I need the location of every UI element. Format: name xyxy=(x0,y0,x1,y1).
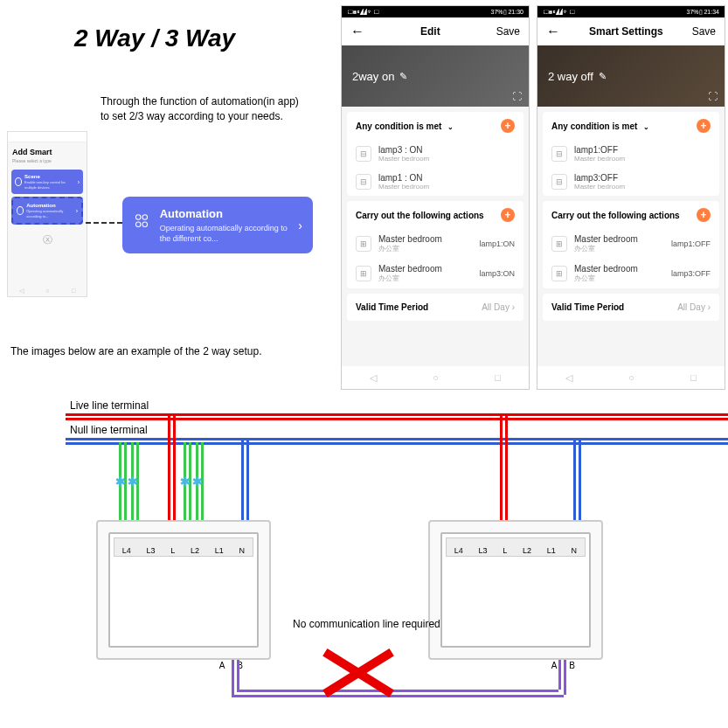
red-x-icon xyxy=(319,638,398,699)
switch-2: L4L3 LL2 L1N AB xyxy=(428,520,603,660)
add-condition-button[interactable]: + xyxy=(501,119,515,133)
action-item[interactable]: ⊞ Master bedroom办公室 lamp3:OFF xyxy=(543,259,719,288)
save-button[interactable]: Save xyxy=(692,25,716,38)
action-item[interactable]: ⊞ Master bedroom办公室 lamp3:ON xyxy=(347,259,523,288)
switch-icon: ⊞ xyxy=(551,236,567,252)
action-item[interactable]: ⊞ Master bedroom办公室 lamp1:OFF xyxy=(543,229,719,259)
no-comm-label: No communication line required xyxy=(293,618,440,630)
page-title: 2 Way / 3 Way xyxy=(74,24,235,52)
automation-icon xyxy=(133,212,151,239)
condition-item[interactable]: ⊟ lamp1:OFFMaster bedroom xyxy=(543,140,719,168)
add-action-button[interactable]: + xyxy=(697,208,711,222)
save-button[interactable]: Save xyxy=(496,25,520,38)
description-1: Through the function of automation(in ap… xyxy=(101,94,299,124)
conditions-header[interactable]: Any condition is met ⌄ + xyxy=(543,112,719,140)
scene-banner[interactable]: 2way on✎ ⛶ xyxy=(342,45,529,107)
switch-1: L4L3 LL2 L1N AB xyxy=(96,520,271,660)
automation-card-small[interactable]: AutomationOperating automatically accord… xyxy=(11,197,83,225)
android-nav: ◁○□ xyxy=(342,366,529,389)
actions-header: Carry out the following actions + xyxy=(543,201,719,229)
automation-card[interactable]: Automation Operating automatically accor… xyxy=(122,197,313,253)
svg-point-0 xyxy=(135,214,141,219)
condition-item[interactable]: ⊟ lamp1 : ONMaster bedroom xyxy=(347,168,523,196)
scene-card[interactable]: SceneEnable one-key control for multiple… xyxy=(11,170,83,194)
switch-icon: ⊞ xyxy=(551,266,567,281)
chevron-right-icon: › xyxy=(298,218,302,232)
conditions-header[interactable]: Any condition is met ⌄ + xyxy=(347,112,523,140)
device-icon: ⊟ xyxy=(551,174,567,190)
image-icon[interactable]: ⛶ xyxy=(708,91,718,101)
android-nav: ◁○□ xyxy=(537,366,725,389)
chevron-down-icon: ⌄ xyxy=(641,123,648,131)
svg-point-2 xyxy=(135,222,141,227)
description-2: The images below are an example of the 2… xyxy=(10,345,262,357)
device-icon: ⊟ xyxy=(551,146,567,162)
terminal-row: L4L3 LL2 L1N xyxy=(446,537,586,557)
device-icon: ⊟ xyxy=(356,146,371,162)
add-smart-phone: Add Smart Please select a type SceneEnab… xyxy=(7,131,87,297)
wiring-diagram: Live line terminal Null line terminal ✱ … xyxy=(0,389,728,728)
chevron-down-icon: ⌄ xyxy=(445,123,453,131)
svg-point-1 xyxy=(142,214,148,219)
phone-title: Smart Settings xyxy=(589,25,663,38)
scene-banner[interactable]: 2 way off✎ ⛶ xyxy=(537,45,725,107)
close-icon[interactable]: ⓧ xyxy=(8,233,87,246)
switch-icon: ⊞ xyxy=(356,266,371,281)
connector-line xyxy=(86,222,122,224)
switch-icon: ⊞ xyxy=(356,236,371,252)
svg-point-3 xyxy=(142,222,148,227)
add-condition-button[interactable]: + xyxy=(697,119,711,133)
condition-item[interactable]: ⊟ lamp3 : ONMaster bedroom xyxy=(347,140,523,168)
action-item[interactable]: ⊞ Master bedroom办公室 lamp1:ON xyxy=(347,229,523,259)
back-button[interactable]: ← xyxy=(350,24,364,39)
back-button[interactable]: ← xyxy=(546,24,560,39)
live-line-label: Live line terminal xyxy=(70,399,149,412)
image-icon[interactable]: ⛶ xyxy=(512,91,522,101)
actions-header: Carry out the following actions + xyxy=(347,201,523,229)
edit-icon[interactable]: ✎ xyxy=(599,71,607,82)
add-smart-title: Add Smart xyxy=(8,142,87,158)
condition-item[interactable]: ⊟ lamp3:OFFMaster bedroom xyxy=(543,168,719,196)
phone-smart-settings: ⬚▦▯◢◢ᯤ⬚37%▯ 21:34 ← Smart Settings Save … xyxy=(537,5,725,390)
add-action-button[interactable]: + xyxy=(501,208,515,222)
phone-title: Edit xyxy=(420,25,440,38)
phone-edit: ⬚▦▯◢◢ᯤ⬚37%▯ 21:30 ← Edit Save 2way on✎ ⛶… xyxy=(341,5,530,390)
valid-time-row[interactable]: Valid Time Period All Day › xyxy=(347,294,523,321)
edit-icon[interactable]: ✎ xyxy=(399,71,407,82)
null-line-label: Null line terminal xyxy=(70,424,148,436)
valid-time-row[interactable]: Valid Time Period All Day › xyxy=(543,294,719,321)
device-icon: ⊟ xyxy=(356,174,371,190)
terminal-row: L4L3 LL2 L1N xyxy=(114,537,253,557)
